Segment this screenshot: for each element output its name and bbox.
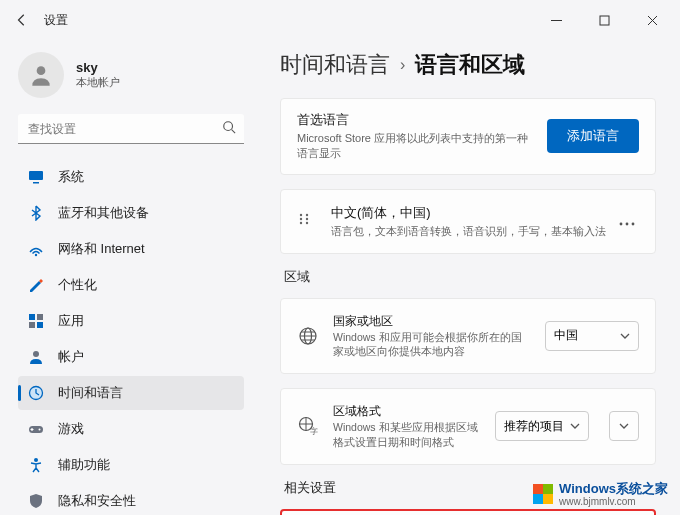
svg-point-2 (224, 122, 233, 131)
sidebar-item-apps[interactable]: 应用 (18, 304, 244, 338)
svg-point-19 (300, 222, 302, 224)
minimize-button[interactable] (536, 6, 576, 34)
sidebar-item-accounts[interactable]: 帐户 (18, 340, 244, 374)
maximize-button[interactable] (584, 6, 624, 34)
privacy-icon (28, 493, 44, 509)
format-title: 区域格式 (333, 403, 481, 420)
chevron-down-icon (619, 423, 629, 429)
language-name: 中文(简体，中国) (331, 204, 615, 222)
sidebar-item-gaming[interactable]: 游戏 (18, 412, 244, 446)
time-lang-icon (28, 385, 44, 401)
svg-point-23 (632, 223, 635, 226)
svg-point-17 (300, 218, 302, 220)
page-title: 语言和区域 (415, 50, 525, 80)
breadcrumb: 时间和语言 › 语言和区域 (280, 50, 656, 80)
svg-rect-7 (37, 314, 43, 320)
drag-handle-icon[interactable] (297, 212, 313, 230)
sidebar-item-accessibility[interactable]: 辅助功能 (18, 448, 244, 482)
svg-rect-3 (29, 171, 43, 180)
format-dropdown[interactable]: 推荐的项目 (495, 411, 589, 441)
svg-point-13 (39, 429, 41, 431)
country-region-card: 国家或地区 Windows 和应用可能会根据你所在的国家或地区向你提供本地内容 … (280, 298, 656, 374)
svg-point-21 (620, 223, 623, 226)
svg-rect-0 (600, 16, 609, 25)
svg-rect-6 (29, 314, 35, 320)
sidebar-item-network[interactable]: 网络和 Internet (18, 232, 244, 266)
chevron-down-icon (620, 333, 630, 339)
sidebar-item-label: 蓝牙和其他设备 (58, 204, 149, 222)
typing-card[interactable]: 输入 拼写检查、自动更正、文本建议 (280, 509, 656, 515)
sidebar-item-label: 游戏 (58, 420, 84, 438)
preferred-sub: Microsoft Store 应用将以此列表中支持的第一种语言显示 (297, 131, 533, 162)
preferred-languages-card: 首选语言 Microsoft Store 应用将以此列表中支持的第一种语言显示 … (280, 98, 656, 175)
svg-rect-4 (33, 182, 39, 184)
close-button[interactable] (632, 6, 672, 34)
gaming-icon (28, 421, 44, 437)
related-section-title: 相关设置 (284, 479, 656, 497)
sidebar-item-label: 帐户 (58, 348, 84, 366)
expand-button[interactable] (609, 411, 639, 441)
svg-point-14 (34, 458, 38, 462)
preferred-title: 首选语言 (297, 111, 533, 129)
sidebar-item-label: 网络和 Internet (58, 240, 145, 258)
chevron-right-icon: › (400, 56, 405, 74)
country-dropdown[interactable]: 中国 (545, 321, 639, 351)
more-options-button[interactable] (615, 208, 639, 234)
sidebar-item-label: 系统 (58, 168, 84, 186)
svg-point-5 (35, 254, 37, 256)
svg-point-1 (37, 66, 46, 75)
svg-rect-9 (37, 322, 43, 328)
window-title: 设置 (44, 12, 68, 29)
avatar (18, 52, 64, 98)
sidebar-item-label: 时间和语言 (58, 384, 123, 402)
country-sub: Windows 和应用可能会根据你所在的国家或地区向你提供本地内容 (333, 330, 531, 359)
svg-point-18 (306, 218, 308, 220)
sidebar-item-bluetooth[interactable]: 蓝牙和其他设备 (18, 196, 244, 230)
svg-rect-8 (29, 322, 35, 328)
sidebar-item-system[interactable]: 系统 (18, 160, 244, 194)
add-language-button[interactable]: 添加语言 (547, 119, 639, 153)
sidebar-item-label: 应用 (58, 312, 84, 330)
svg-text:字: 字 (310, 427, 318, 436)
accounts-icon (28, 349, 44, 365)
accessibility-icon (28, 457, 44, 473)
bluetooth-icon (28, 205, 44, 221)
sidebar-item-personalize[interactable]: 个性化 (18, 268, 244, 302)
regional-format-card: 字 区域格式 Windows 和某些应用根据区域格式设置日期和时间格式 推荐的项… (280, 388, 656, 464)
sidebar-item-label: 辅助功能 (58, 456, 110, 474)
network-icon (28, 241, 44, 257)
personalize-icon (28, 277, 44, 293)
svg-point-10 (33, 351, 39, 357)
chevron-down-icon (570, 423, 580, 429)
user-name: sky (76, 60, 120, 75)
country-title: 国家或地区 (333, 313, 531, 330)
sidebar-item-label: 个性化 (58, 276, 97, 294)
system-icon (28, 169, 44, 185)
svg-point-22 (626, 223, 629, 226)
svg-point-20 (306, 222, 308, 224)
sidebar-item-time-lang[interactable]: 时间和语言 (18, 376, 244, 410)
language-globe-icon: 字 (297, 416, 319, 436)
language-features: 语言包，文本到语音转换，语音识别，手写，基本输入法 (331, 224, 615, 239)
svg-point-16 (306, 214, 308, 216)
format-sub: Windows 和某些应用根据区域格式设置日期和时间格式 (333, 420, 481, 449)
sidebar-item-privacy[interactable]: 隐私和安全性 (18, 484, 244, 515)
back-button[interactable] (8, 6, 36, 34)
search-icon (222, 120, 236, 138)
region-section-title: 区域 (284, 268, 656, 286)
sidebar-item-label: 隐私和安全性 (58, 492, 136, 510)
user-block[interactable]: sky 本地帐户 (18, 52, 244, 98)
breadcrumb-parent[interactable]: 时间和语言 (280, 50, 390, 80)
language-item[interactable]: 中文(简体，中国) 语言包，文本到语音转换，语音识别，手写，基本输入法 (280, 189, 656, 254)
svg-point-15 (300, 214, 302, 216)
globe-icon (297, 326, 319, 346)
apps-icon (28, 313, 44, 329)
user-account-type: 本地帐户 (76, 75, 120, 90)
search-input[interactable] (18, 114, 244, 144)
